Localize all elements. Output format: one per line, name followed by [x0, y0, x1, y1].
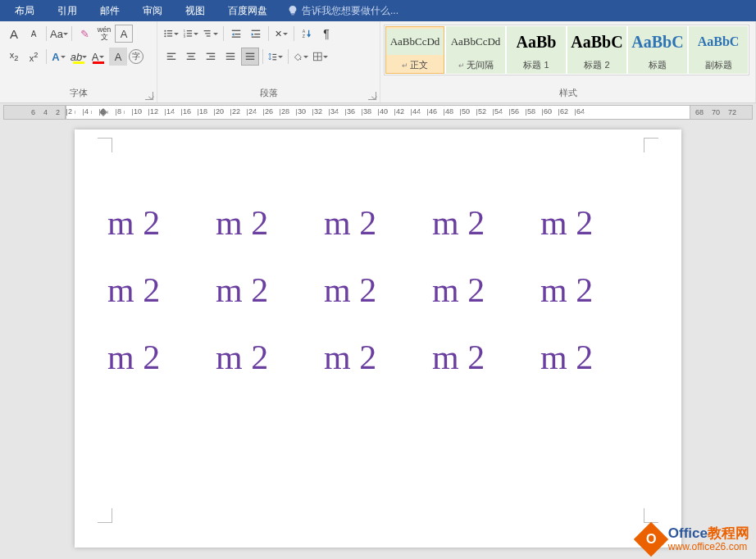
svg-rect-33 — [226, 56, 235, 57]
align-right-button[interactable] — [202, 48, 220, 66]
ruler-tick: 50 — [460, 106, 476, 119]
highlight-button[interactable]: ab — [70, 48, 88, 66]
ruler-scale[interactable]: 2468101214161820222426283032343638404244… — [66, 105, 753, 120]
superscript-button[interactable]: x2 — [25, 48, 43, 66]
document-text[interactable]: m 2 — [432, 338, 540, 377]
document-text[interactable]: m 2 — [432, 203, 540, 243]
ruler-tick: 40 — [378, 106, 394, 119]
sort-button[interactable]: AZ — [298, 25, 316, 43]
svg-point-0 — [164, 30, 166, 32]
svg-rect-5 — [167, 35, 172, 36]
style-preview: AaBbC — [698, 29, 740, 55]
ruler-tick: 30 — [296, 106, 312, 119]
document-text[interactable]: m 2 — [216, 338, 324, 377]
increase-indent-button[interactable] — [247, 25, 265, 43]
ruler-tick: 24 — [247, 106, 263, 119]
document-text[interactable]: m 2 — [540, 338, 649, 377]
svg-text:Z: Z — [303, 34, 306, 39]
asian-layout-button[interactable]: ✕ — [272, 25, 290, 43]
enclose-char-button[interactable]: 字 — [129, 49, 143, 64]
svg-rect-1 — [167, 30, 172, 31]
ribbon: A A Aa ✎ wén文 A x2 x2 A ab A A 字 字体 — [0, 21, 756, 103]
numbering-button[interactable]: 123 — [182, 25, 200, 43]
line-spacing-button[interactable] — [266, 48, 285, 66]
ruler[interactable]: 642 246810121416182022242628303234363840… — [0, 103, 756, 121]
watermark-url: www.office26.com — [668, 542, 749, 552]
document-text[interactable]: m 2 — [540, 203, 649, 243]
style-name: 副标题 — [705, 59, 732, 71]
decrease-indent-button[interactable] — [227, 25, 245, 43]
svg-rect-20 — [252, 37, 261, 38]
ruler-tick: 4 — [83, 106, 99, 119]
ruler-tick: 14 — [165, 106, 181, 119]
document-text[interactable]: m 2 — [107, 203, 216, 243]
svg-rect-24 — [167, 56, 173, 57]
document-text[interactable]: m 2 — [216, 270, 324, 310]
svg-rect-19 — [254, 34, 260, 34]
text-effects-button[interactable]: A — [50, 48, 68, 66]
paragraph-dialog-launcher[interactable] — [368, 92, 376, 100]
style-title[interactable]: AaBbC 标题 — [628, 26, 687, 74]
show-marks-button[interactable]: ¶ — [317, 25, 335, 43]
align-left-button[interactable] — [162, 48, 180, 66]
document-text[interactable]: m 2 — [540, 270, 649, 310]
style-normal[interactable]: AaBbCcDd ↵正文 — [385, 26, 444, 74]
align-distributed-button[interactable] — [241, 48, 259, 66]
document-text[interactable]: m 2 — [107, 338, 216, 377]
phonetic-guide-button[interactable]: wén文 — [95, 25, 113, 43]
grow-font-button[interactable]: A — [5, 25, 23, 43]
svg-rect-34 — [226, 59, 235, 60]
document-text[interactable]: m 2 — [324, 203, 432, 243]
align-center-button[interactable] — [182, 48, 200, 66]
svg-rect-11 — [187, 35, 192, 36]
bullets-button[interactable] — [162, 25, 180, 43]
document-area[interactable]: m 2m 2m 2m 2m 2m 2m 2m 2m 2m 2m 2m 2m 2m… — [0, 121, 756, 559]
ruler-tick: 8 — [116, 106, 132, 119]
style-subtitle[interactable]: AaBbC 副标题 — [689, 26, 748, 74]
ruler-tick: 26 — [263, 106, 280, 119]
ruler-tick: 28 — [280, 106, 296, 119]
document-text[interactable]: m 2 — [324, 270, 432, 310]
change-case-button[interactable]: Aa — [50, 25, 68, 43]
tab-baidudisk[interactable]: 百度网盘 — [216, 0, 279, 21]
multilevel-button[interactable] — [202, 25, 220, 43]
ruler-tick: 62 — [558, 106, 575, 119]
char-border-button[interactable]: A — [115, 25, 133, 43]
style-nospacing[interactable]: AaBbCcDd ↵无间隔 — [446, 26, 505, 74]
document-text[interactable]: m 2 — [432, 270, 540, 310]
styles-group-label: 样式 — [380, 85, 755, 102]
ruler-tick: 32 — [312, 106, 329, 119]
page[interactable]: m 2m 2m 2m 2m 2m 2m 2m 2m 2m 2m 2m 2m 2m… — [75, 130, 681, 548]
char-shading-button[interactable]: A — [109, 48, 127, 66]
margin-corner-icon — [644, 508, 658, 523]
font-dialog-launcher[interactable] — [145, 92, 153, 100]
tab-layout[interactable]: 布局 — [3, 0, 46, 21]
style-heading2[interactable]: AaBbC 标题 2 — [567, 26, 626, 74]
document-text[interactable]: m 2 — [216, 203, 324, 243]
svg-rect-25 — [167, 59, 176, 60]
svg-point-2 — [164, 33, 166, 34]
style-name: 标题 2 — [584, 59, 609, 71]
svg-rect-3 — [167, 33, 172, 34]
tab-mailings[interactable]: 邮件 — [89, 0, 131, 21]
shrink-font-button[interactable]: A — [25, 25, 43, 43]
shading-button[interactable] — [292, 48, 310, 66]
document-content[interactable]: m 2m 2m 2m 2m 2m 2m 2m 2m 2m 2m 2m 2m 2m… — [107, 203, 649, 377]
watermark-title: Office教程网 — [668, 526, 749, 542]
style-preview: AaBbC — [571, 29, 622, 55]
tell-me[interactable]: 告诉我您想要做什么... — [279, 4, 407, 18]
tab-references[interactable]: 引用 — [46, 0, 89, 21]
ruler-tick: 58 — [526, 106, 542, 119]
style-name: 正文 — [410, 59, 428, 71]
subscript-button[interactable]: x2 — [5, 48, 23, 66]
font-color-button[interactable]: A — [89, 48, 107, 66]
style-heading1[interactable]: AaBb 标题 1 — [507, 26, 566, 74]
tab-review[interactable]: 审阅 — [131, 0, 174, 21]
align-justify-button[interactable] — [221, 48, 239, 66]
borders-button[interactable] — [312, 48, 330, 66]
document-text[interactable]: m 2 — [107, 270, 216, 310]
document-text[interactable]: m 2 — [324, 338, 432, 377]
tab-view[interactable]: 视图 — [174, 0, 216, 21]
clear-format-button[interactable]: ✎ — [75, 25, 93, 43]
svg-rect-9 — [187, 33, 192, 34]
